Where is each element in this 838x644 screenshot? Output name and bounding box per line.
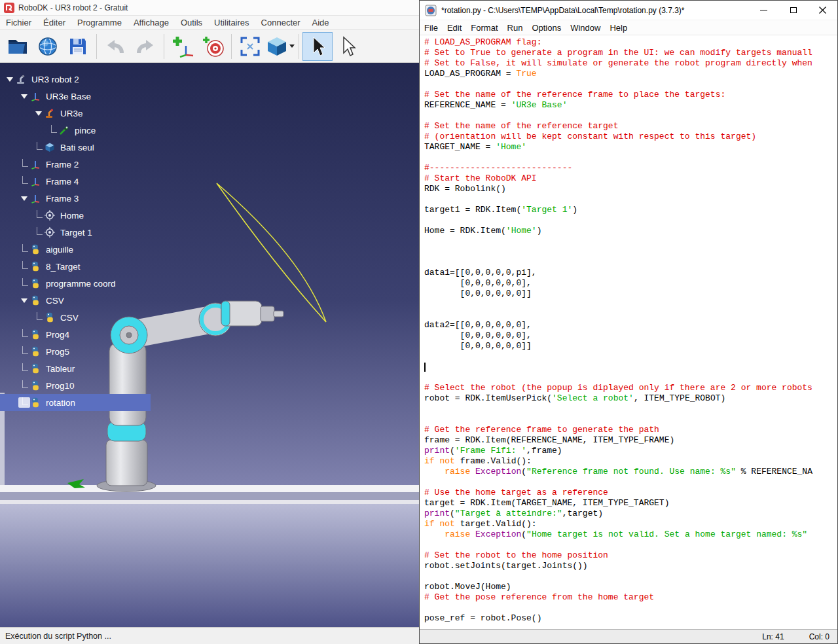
tree-item-frame-4[interactable]: Frame 4	[0, 173, 275, 190]
tree-item-prog4[interactable]: Prog4	[0, 326, 275, 343]
tree-item-8-target[interactable]: 8_Target	[0, 258, 275, 275]
expander-icon[interactable]	[33, 108, 45, 118]
save-station-button[interactable]	[63, 32, 93, 61]
code-line[interactable]: print("Target à atteindre:",target)	[424, 509, 837, 519]
code-line[interactable]: data1=[[0,0,0,0,0,pi],	[424, 268, 837, 278]
code-line[interactable]: if not target.Valid():	[424, 519, 837, 529]
code-line[interactable]: # Set to True to generate a program in t…	[424, 48, 837, 58]
tree-item-csv[interactable]: CSV	[0, 309, 275, 326]
tree-item-bati-seul[interactable]: Bati seul	[0, 139, 275, 156]
code-line[interactable]: Home = RDK.Item('Home')	[424, 226, 837, 236]
isometric-view-button[interactable]	[265, 32, 295, 61]
code-line[interactable]	[424, 351, 837, 362]
tree-item-csv[interactable]: CSV	[0, 292, 275, 309]
code-line[interactable]: robot.MoveJ(Home)	[424, 582, 837, 592]
idle-menu-run[interactable]: Run	[503, 22, 528, 34]
robodk-menu-aide[interactable]: Aide	[306, 16, 335, 29]
code-line[interactable]	[424, 247, 837, 257]
code-line[interactable]: target = RDK.Item(TARGET_NAME, ITEM_TYPE…	[424, 498, 837, 509]
code-line[interactable]: [0,0,0,0,0,0],	[424, 331, 837, 341]
code-line[interactable]	[424, 362, 837, 372]
code-line[interactable]: # Set the robot to the home position	[424, 550, 837, 561]
code-line[interactable]: # Use the home target as a reference	[424, 488, 837, 498]
code-line[interactable]: [0,0,0,0,0,0]]	[424, 341, 837, 351]
code-line[interactable]	[424, 310, 837, 320]
minimize-button[interactable]	[749, 1, 778, 20]
tree-item-ur3e[interactable]: UR3e	[0, 105, 275, 122]
dropdown-arrow-icon[interactable]	[289, 45, 295, 48]
tree-item-programme-coord[interactable]: programme coord	[0, 275, 275, 292]
code-line[interactable]: [0,0,0,0,0,0]]	[424, 289, 837, 299]
expander-icon[interactable]	[4, 74, 16, 84]
robodk-menu-connecter[interactable]: Connecter	[255, 16, 306, 29]
code-line[interactable]: # Set the name of the reference frame to…	[424, 90, 837, 100]
select-tool-button[interactable]	[302, 32, 333, 61]
code-line[interactable]: robot = RDK.ItemUserPick('Select a robot…	[424, 393, 837, 404]
close-button[interactable]	[808, 1, 837, 20]
code-line[interactable]: frame = RDK.Item(REFERENCE_NAME, ITEM_TY…	[424, 435, 837, 446]
code-line[interactable]: # Set to False, it will simulate or gene…	[424, 58, 837, 69]
code-line[interactable]	[424, 152, 837, 163]
code-line[interactable]: [0,0,0,0,0,0],	[424, 278, 837, 289]
code-line[interactable]	[424, 215, 837, 226]
code-line[interactable]: # Select the robot (the popup is diplaye…	[424, 383, 837, 393]
idle-menu-help[interactable]: Help	[605, 22, 632, 34]
code-line[interactable]: LOAD_AS_PROGRAM = True	[424, 69, 837, 79]
code-line[interactable]: target1 = RDK.Item('Target 1')	[424, 205, 837, 215]
code-line[interactable]	[424, 79, 837, 90]
expander-icon[interactable]	[18, 91, 30, 101]
code-line[interactable]	[424, 540, 837, 550]
undo-button[interactable]	[100, 32, 130, 61]
code-line[interactable]: raise Exception("Home target is not vali…	[424, 529, 837, 540]
code-line[interactable]	[424, 404, 837, 414]
tree-item-home[interactable]: Home	[0, 207, 275, 224]
code-line[interactable]: pose_ref = robot.Pose()	[424, 613, 837, 624]
idle-menu-edit[interactable]: Edit	[443, 22, 466, 34]
robodk-library-button[interactable]	[33, 32, 63, 61]
redo-button[interactable]	[130, 32, 160, 61]
tree-item-ur3-robot-2[interactable]: UR3 robot 2	[0, 71, 275, 88]
add-reference-frame-button[interactable]	[168, 32, 198, 61]
code-line[interactable]: # Start the RoboDK API	[424, 173, 837, 184]
code-line[interactable]: # Set the name of the reference target	[424, 121, 837, 132]
open-file-button[interactable]	[3, 32, 33, 61]
maximize-button[interactable]	[778, 1, 808, 20]
robodk-menu-outils[interactable]: Outils	[175, 16, 208, 29]
idle-menu-options[interactable]: Options	[527, 22, 566, 34]
code-line[interactable]: RDK = Robolink()	[424, 184, 837, 194]
code-line[interactable]	[424, 299, 837, 310]
move-tool-button[interactable]	[333, 32, 363, 61]
code-line[interactable]: if not frame.Valid():	[424, 456, 837, 467]
code-line[interactable]	[424, 111, 837, 121]
code-line[interactable]	[424, 257, 837, 268]
code-line[interactable]	[424, 477, 837, 488]
code-line[interactable]: # Get the reference frame to generate th…	[424, 425, 837, 435]
idle-menu-file[interactable]: File	[420, 22, 443, 34]
add-target-button[interactable]	[198, 32, 228, 61]
code-line[interactable]: #----------------------------	[424, 163, 837, 173]
tree-item-target-1[interactable]: Target 1	[0, 224, 275, 241]
code-line[interactable]	[424, 603, 837, 613]
code-line[interactable]: REFERENCE_NAME = 'UR3e Base'	[424, 100, 837, 111]
code-line[interactable]	[424, 414, 837, 425]
robodk-menu-fichier[interactable]: Fichier	[0, 16, 37, 29]
expander-icon[interactable]	[18, 193, 30, 204]
idle-menu-window[interactable]: Window	[566, 22, 605, 34]
tree-item-prog10[interactable]: Prog10	[0, 377, 275, 394]
tree-item-ur3e-base[interactable]: UR3e Base	[0, 88, 275, 105]
robodk-menu-programme[interactable]: Programme	[71, 16, 128, 29]
code-line[interactable]: # (orientation will be kept constant wit…	[424, 132, 837, 142]
tree-item-frame-2[interactable]: Frame 2	[0, 156, 275, 173]
code-line[interactable]: # LOAD_AS_PROGRAM flag:	[424, 37, 837, 48]
tree-item-frame-3[interactable]: Frame 3	[0, 190, 275, 207]
code-line[interactable]	[424, 194, 837, 205]
robodk-menu-utilitaires[interactable]: Utilitaires	[208, 16, 255, 29]
code-line[interactable]	[424, 236, 837, 247]
tree-item-tableur[interactable]: Tableur	[0, 360, 275, 377]
tree-item-pince[interactable]: pince	[0, 122, 275, 139]
robodk-menu-editer[interactable]: Éditer	[37, 16, 71, 29]
viewport-3d[interactable]: UR3 robot 2UR3e BaseUR3epinceBati seulFr…	[0, 63, 419, 627]
code-line[interactable]: robot.setJoints(target.Joints())	[424, 561, 837, 571]
tree-item-rotation[interactable]: rotation	[0, 394, 151, 411]
idle-menu-format[interactable]: Format	[466, 22, 502, 34]
